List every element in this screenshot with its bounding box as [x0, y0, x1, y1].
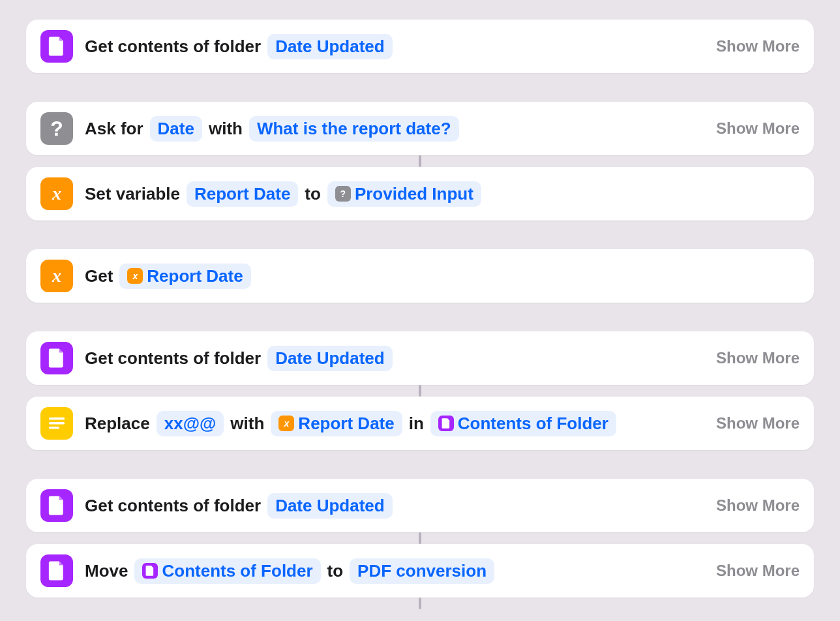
action-content: Get x Report Date: [85, 264, 800, 289]
param-date-updated[interactable]: Date Updated: [267, 493, 393, 519]
svg-rect-1: [49, 422, 65, 425]
action-content: Get contents of folder Date Updated: [85, 493, 704, 519]
connector-line: [419, 598, 421, 609]
action-title: Replace: [85, 414, 150, 434]
action-content: Get contents of folder Date Updated: [85, 34, 704, 59]
variable-icon: x: [278, 416, 294, 431]
question-icon: ?: [40, 112, 73, 145]
action-title: Move: [85, 561, 128, 581]
show-more-button[interactable]: Show More: [716, 496, 800, 515]
variable-icon: x: [40, 260, 73, 292]
action-ask-for-input[interactable]: ? Ask for Date with What is the report d…: [26, 102, 814, 155]
action-content: Get contents of folder Date Updated: [85, 346, 704, 371]
action-get-contents-of-folder[interactable]: Get contents of folder Date Updated Show…: [26, 331, 814, 385]
param-report-date[interactable]: Report Date: [187, 181, 298, 207]
action-get-contents-of-folder[interactable]: Get contents of folder Date Updated Show…: [26, 20, 814, 73]
svg-rect-2: [49, 427, 59, 429]
question-icon: ?: [335, 186, 351, 202]
document-icon: [40, 30, 73, 63]
show-more-button[interactable]: Show More: [716, 119, 800, 138]
joiner-with: with: [209, 119, 243, 139]
connector-line: [419, 532, 421, 544]
action-get-variable[interactable]: x Get x Report Date: [26, 249, 814, 303]
param-destination[interactable]: PDF conversion: [350, 558, 494, 584]
action-content: Move Contents of Folder to PDF conversio…: [85, 558, 704, 584]
action-content: Set variable Report Date to ? Provided I…: [85, 181, 800, 207]
action-title: Set variable: [85, 184, 180, 204]
param-date-updated[interactable]: Date Updated: [267, 34, 393, 59]
action-replace-text[interactable]: Replace xx@@ with x Report Date in Conte…: [26, 397, 814, 450]
show-more-button[interactable]: Show More: [716, 349, 800, 367]
action-move-file[interactable]: Move Contents of Folder to PDF conversio…: [26, 544, 814, 598]
action-set-variable[interactable]: x Set variable Report Date to ? Provided…: [26, 167, 814, 220]
action-title: Get: [85, 266, 113, 286]
action-title: Get contents of folder: [85, 37, 261, 57]
document-icon: [40, 489, 73, 522]
action-title: Ask for: [85, 119, 143, 139]
param-contents-of-folder[interactable]: Contents of Folder: [430, 411, 616, 436]
action-title: Get contents of folder: [85, 348, 261, 369]
document-icon: [142, 563, 158, 579]
document-icon: [40, 554, 73, 587]
show-more-button[interactable]: Show More: [716, 414, 800, 432]
connector-line: [419, 385, 421, 397]
joiner-with: with: [230, 414, 264, 434]
param-date[interactable]: Date: [150, 116, 202, 142]
document-icon: [40, 342, 73, 374]
action-get-contents-of-folder[interactable]: Get contents of folder Date Updated Show…: [26, 479, 814, 532]
svg-rect-0: [49, 417, 65, 420]
param-date-updated[interactable]: Date Updated: [267, 346, 393, 371]
action-content: Ask for Date with What is the report dat…: [85, 116, 704, 142]
param-prompt[interactable]: What is the report date?: [249, 116, 459, 142]
action-title: Get contents of folder: [85, 496, 261, 516]
param-provided-input[interactable]: ? Provided Input: [327, 181, 481, 207]
param-find-text[interactable]: xx@@: [157, 411, 224, 436]
action-content: Replace xx@@ with x Report Date in Conte…: [85, 411, 704, 436]
joiner-in: in: [409, 414, 424, 434]
document-icon: [438, 416, 454, 431]
variable-icon: x: [127, 268, 143, 284]
show-more-button[interactable]: Show More: [716, 37, 800, 55]
param-report-date[interactable]: x Report Date: [271, 411, 402, 436]
text-lines-icon: [40, 407, 73, 440]
joiner-to: to: [327, 561, 344, 581]
param-report-date[interactable]: x Report Date: [119, 264, 250, 289]
show-more-button[interactable]: Show More: [716, 562, 800, 580]
variable-icon: x: [40, 177, 73, 210]
connector-line: [419, 155, 421, 167]
param-contents-of-folder[interactable]: Contents of Folder: [134, 558, 320, 584]
joiner-to: to: [305, 184, 321, 204]
